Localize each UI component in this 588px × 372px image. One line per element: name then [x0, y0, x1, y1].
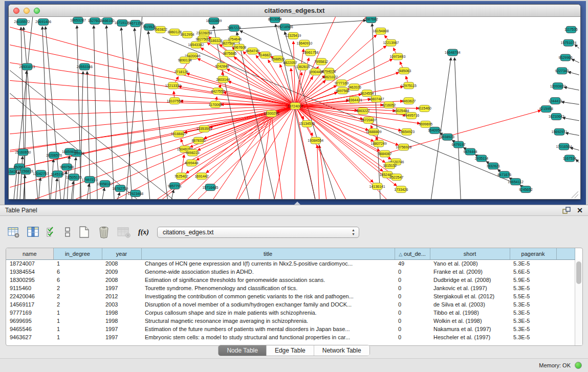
- column-header-short[interactable]: short: [430, 248, 510, 259]
- graph-node[interactable]: 25160650: [15, 149, 31, 156]
- graph-node[interactable]: 9463627: [402, 98, 416, 104]
- column-header-pagerank[interactable]: pagerank: [510, 248, 556, 259]
- graph-node[interactable]: 16033809: [206, 17, 222, 24]
- graph-node[interactable]: 3624554: [360, 90, 374, 97]
- graph-node[interactable]: 7462026: [347, 84, 361, 91]
- window-resize-grip[interactable]: [575, 194, 578, 198]
- graph-node[interactable]: 18107552: [167, 98, 183, 104]
- graph-node[interactable]: 1691442: [194, 173, 208, 180]
- graph-node[interactable]: 1990448: [309, 69, 322, 75]
- graph-node[interactable]: 12325419: [286, 32, 301, 39]
- graph-node[interactable]: 1170065: [209, 101, 223, 108]
- column-header-name[interactable]: name: [6, 248, 53, 259]
- graph-node[interactable]: 1615152: [383, 162, 397, 169]
- table-row[interactable]: 969969511998Structural magnetic resonanc…: [6, 317, 575, 325]
- graph-node[interactable]: 20691406: [35, 18, 51, 25]
- table-row[interactable]: 977716911998Corpus callosum shape and si…: [6, 309, 575, 317]
- graph-node[interactable]: 9890134: [178, 57, 192, 63]
- graph-node[interactable]: 12923468: [127, 190, 143, 197]
- graph-node[interactable]: 7832621: [486, 163, 500, 169]
- graph-node[interactable]: 20206576: [46, 152, 62, 159]
- graph-node[interactable]: 1527602: [88, 17, 102, 24]
- graph-node[interactable]: 1167534: [563, 155, 577, 162]
- tab-node-table[interactable]: Node Table: [219, 345, 267, 356]
- scrollbar-thumb[interactable]: [576, 261, 581, 284]
- graph-node[interactable]: 12213967: [383, 39, 399, 46]
- graph-node[interactable]: 9498223: [186, 149, 200, 156]
- graph-node[interactable]: 10653287: [70, 17, 86, 24]
- tab-network-table[interactable]: Network Table: [314, 345, 369, 356]
- table-row[interactable]: 1872400712008Changes of HCN gene express…: [6, 259, 575, 268]
- new-column-button[interactable]: [78, 226, 91, 239]
- column-header-title[interactable]: title: [141, 248, 395, 259]
- graph-node[interactable]: 9857791: [168, 183, 182, 189]
- column-header-out-degree[interactable]: △out_de...: [395, 248, 430, 259]
- graph-node[interactable]: 7485063: [397, 68, 411, 74]
- graph-node[interactable]: 19958107: [97, 181, 113, 187]
- table-row[interactable]: 946554611997Estimation of the future num…: [6, 325, 575, 333]
- graph-node[interactable]: 8860128: [168, 29, 182, 35]
- graph-node[interactable]: 15751074: [561, 39, 577, 46]
- graph-node[interactable]: 8813054: [268, 17, 282, 23]
- graph-node[interactable]: 16648784: [445, 49, 461, 56]
- column-header-in-degree[interactable]: in_degree: [53, 248, 102, 259]
- graph-node[interactable]: 8186328: [208, 37, 222, 44]
- network-view[interactable]: 1872400776638228860128891295423226058982…: [9, 17, 580, 199]
- graph-node[interactable]: 10654112: [508, 179, 524, 185]
- graph-node[interactable]: 16154808: [373, 28, 389, 34]
- function-builder-button[interactable]: f(x): [138, 228, 149, 236]
- graph-node[interactable]: 9875685: [223, 50, 236, 57]
- graph-node[interactable]: 9529966: [558, 54, 572, 61]
- table-row[interactable]: 2242004622012Investigating the contribut…: [6, 292, 575, 300]
- graph-node[interactable]: 15692971: [552, 128, 568, 135]
- network-graph-canvas[interactable]: 1872400776638228860128891295423226058982…: [9, 17, 580, 199]
- table-row[interactable]: 946362711997Embryonic stem cells: a mode…: [6, 333, 575, 341]
- graph-node[interactable]: 1754646: [228, 36, 242, 42]
- table-row[interactable]: 1938455462009Genome-wide association stu…: [6, 268, 575, 276]
- minimize-window-button[interactable]: [24, 8, 30, 14]
- graph-node[interactable]: 1733426: [394, 186, 408, 193]
- close-window-button[interactable]: [13, 8, 19, 14]
- delete-column-button[interactable]: [97, 226, 111, 239]
- graph-node[interactable]: 9115460: [418, 105, 431, 112]
- graph-node[interactable]: 15134575: [299, 120, 315, 127]
- graph-node[interactable]: 23364421: [346, 97, 362, 103]
- network-window-titlebar[interactable]: citations_edges.txt: [9, 5, 580, 17]
- graph-node[interactable]: 8878335: [192, 137, 206, 144]
- select-all-checks-button[interactable]: [46, 226, 57, 238]
- graph-node[interactable]: 15716485: [202, 184, 218, 191]
- graph-node[interactable]: 19218506: [277, 24, 293, 30]
- graph-node[interactable]: 8938923: [441, 134, 454, 140]
- column-visibility-button[interactable]: [27, 226, 40, 238]
- graph-node[interactable]: 2803144: [216, 76, 230, 83]
- graph-node[interactable]: 6479197: [452, 141, 466, 148]
- graph-node[interactable]: 8471676: [497, 171, 511, 178]
- graph-node[interactable]: 6822057: [284, 59, 297, 66]
- graph-node[interactable]: 8912954: [181, 31, 194, 38]
- graph-node[interactable]: 1117535: [564, 26, 578, 33]
- graph-node[interactable]: 8454749: [246, 48, 259, 54]
- graph-node[interactable]: 7515526: [142, 24, 156, 30]
- graph-node[interactable]: 9699695: [419, 121, 432, 127]
- column-header-year[interactable]: year: [102, 248, 141, 259]
- graph-node[interactable]: 6216052: [382, 102, 396, 108]
- graph-node[interactable]: 9227343: [555, 68, 569, 74]
- table-selector-dropdown[interactable]: citations_edges.txt ▲▼: [157, 227, 359, 238]
- float-panel-icon[interactable]: [562, 206, 571, 214]
- graph-node[interactable]: 9146821: [258, 52, 272, 58]
- graph-node[interactable]: 1640954: [428, 127, 442, 134]
- tab-edge-table[interactable]: Edge Table: [267, 345, 314, 356]
- graph-node[interactable]: 13640910: [296, 40, 312, 47]
- table-row[interactable]: 1456911722003Disruption of a novel membe…: [6, 300, 575, 309]
- row-panel-button[interactable]: [63, 226, 72, 238]
- graph-node[interactable]: 7625402: [175, 173, 188, 180]
- graph-node[interactable]: 16961758: [302, 49, 318, 56]
- network-window[interactable]: citations_edges.txt 18724007766382288601…: [8, 4, 581, 200]
- graph-node[interactable]: 2087682: [364, 17, 378, 23]
- graph-node[interactable]: 2967608: [232, 44, 246, 51]
- memory-status-indicator[interactable]: [575, 362, 582, 369]
- graph-node[interactable]: 4863227: [356, 108, 370, 115]
- graph-node[interactable]: 19384554: [308, 137, 323, 144]
- graph-node[interactable]: 17016504: [556, 143, 572, 150]
- graph-node[interactable]: 15720407: [361, 117, 377, 123]
